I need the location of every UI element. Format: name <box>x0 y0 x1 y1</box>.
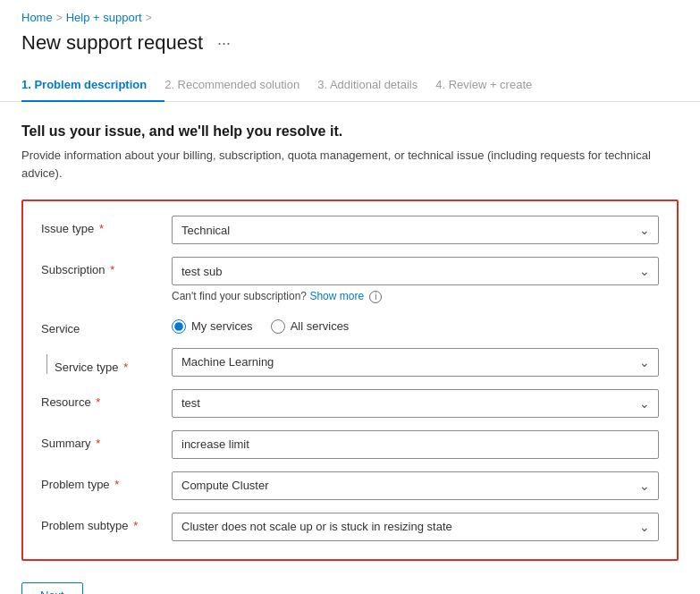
issue-type-row: Issue type * Technical ⌄ <box>41 216 659 244</box>
summary-row: Summary * <box>41 430 659 459</box>
subscription-hint: Can't find your subscription? Show more … <box>172 290 659 303</box>
problem-subtype-control: Cluster does not scale up or is stuck in… <box>172 513 659 541</box>
step-review-create[interactable]: 4. Review + create <box>435 69 550 102</box>
service-control: My services All services <box>172 316 659 334</box>
all-services-radio[interactable] <box>271 319 285 334</box>
resource-label: Resource * <box>41 389 157 409</box>
subscription-select[interactable]: test sub <box>172 257 659 285</box>
issue-type-control: Technical ⌄ <box>172 216 659 244</box>
section-desc: Provide information about your billing, … <box>21 147 679 182</box>
resource-row: Resource * test ⌄ <box>41 389 659 418</box>
subscription-label: Subscription * <box>41 257 157 276</box>
problem-type-label: Problem type * <box>41 471 157 491</box>
step-additional-details[interactable]: 3. Additional details <box>317 69 435 102</box>
breadcrumb-sep1: > <box>56 12 63 24</box>
breadcrumb-home[interactable]: Home <box>21 11 53 24</box>
breadcrumb-sep2: > <box>146 12 152 24</box>
page-title-row: New support request ··· <box>0 28 700 69</box>
my-services-label: My services <box>191 319 253 333</box>
problem-type-row: Problem type * Compute Cluster ⌄ <box>41 471 659 500</box>
resource-select[interactable]: test <box>172 389 659 418</box>
breadcrumb-help-support[interactable]: Help + support <box>66 11 142 24</box>
problem-type-control: Compute Cluster ⌄ <box>172 471 659 500</box>
problem-type-select-wrapper: Compute Cluster ⌄ <box>172 471 659 500</box>
next-button-area: Next <box>21 582 679 594</box>
subscription-row: Subscription * test sub ⌄ Can't find you… <box>41 257 659 303</box>
summary-control <box>172 430 659 459</box>
next-button[interactable]: Next <box>21 582 83 594</box>
issue-type-select-wrapper: Technical ⌄ <box>172 216 659 244</box>
subscription-info-icon[interactable]: i <box>369 291 382 303</box>
resource-control: test ⌄ <box>172 389 659 418</box>
resource-select-wrapper: test ⌄ <box>172 389 659 418</box>
step-recommended-solution[interactable]: 2. Recommended solution <box>164 69 317 102</box>
my-services-option[interactable]: My services <box>172 319 253 334</box>
ellipsis-menu-button[interactable]: ··· <box>212 32 236 55</box>
service-type-select-wrapper: Machine Learning ⌄ <box>172 348 659 377</box>
problem-subtype-row: Problem subtype * Cluster does not scale… <box>41 513 659 541</box>
service-row: Service My services All services <box>41 316 659 335</box>
problem-subtype-label: Problem subtype * <box>41 513 157 532</box>
show-more-link[interactable]: Show more <box>309 290 364 302</box>
service-type-label-col: Service type * <box>41 348 157 374</box>
subscription-select-wrapper: test sub ⌄ <box>172 257 659 285</box>
my-services-radio[interactable] <box>172 319 186 334</box>
steps-nav: 1. Problem description 2. Recommended so… <box>0 69 700 102</box>
service-type-select[interactable]: Machine Learning <box>172 348 659 377</box>
all-services-option[interactable]: All services <box>271 319 350 334</box>
issue-type-select[interactable]: Technical <box>172 216 659 244</box>
service-type-control: Machine Learning ⌄ <box>172 348 659 377</box>
service-radio-group: My services All services <box>172 316 659 334</box>
subscription-control: test sub ⌄ Can't find your subscription?… <box>172 257 659 303</box>
content-area: Tell us your issue, and we'll help you r… <box>0 116 700 594</box>
form-container: Issue type * Technical ⌄ Subscription * <box>21 199 679 561</box>
service-type-label: Service type * <box>46 354 157 374</box>
problem-subtype-select[interactable]: Cluster does not scale up or is stuck in… <box>172 513 659 541</box>
step-problem-description[interactable]: 1. Problem description <box>21 69 164 102</box>
breadcrumb: Home > Help + support > <box>0 0 700 28</box>
summary-label: Summary * <box>41 430 157 450</box>
problem-type-select[interactable]: Compute Cluster <box>172 471 659 500</box>
service-label: Service <box>41 316 157 335</box>
section-title: Tell us your issue, and we'll help you r… <box>21 123 679 140</box>
all-services-label: All services <box>291 319 350 333</box>
problem-subtype-select-wrapper: Cluster does not scale up or is stuck in… <box>172 513 659 541</box>
issue-type-label: Issue type * <box>41 216 157 235</box>
page-title: New support request <box>21 31 203 55</box>
service-type-row: Service type * Machine Learning ⌄ <box>41 348 659 377</box>
summary-input[interactable] <box>172 430 659 459</box>
